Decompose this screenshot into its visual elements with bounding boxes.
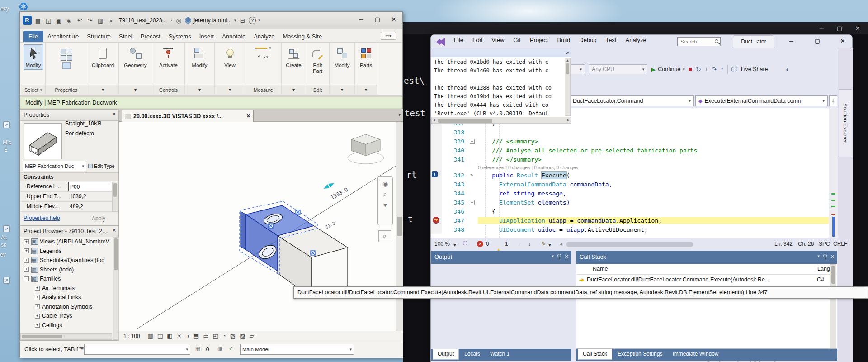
breakpoint-current-line-icon[interactable] bbox=[433, 217, 439, 224]
codelens-info[interactable]: 0 references | 0 changes | 0 authors, 0 … bbox=[478, 165, 829, 170]
ribbon-panel-label[interactable]: ▾ bbox=[355, 85, 377, 95]
breakpoint-margin[interactable] bbox=[431, 189, 442, 198]
save-icon[interactable]: ▣ bbox=[55, 16, 63, 24]
constraints-section-header[interactable]: Constraints bbox=[20, 172, 118, 181]
ribbon-panel-label[interactable]: ▾ bbox=[282, 85, 306, 95]
chevron-down-icon[interactable]: ▾ bbox=[258, 18, 260, 23]
ribbon-collapse-button[interactable]: ▭▾ bbox=[381, 32, 396, 40]
ribbon-panel-label[interactable]: Measure bbox=[245, 85, 281, 95]
code-line-339[interactable]: 339− /// <summary> bbox=[431, 137, 829, 146]
sun-path-icon[interactable]: ☀ bbox=[177, 333, 182, 339]
ribbon-tab-insert[interactable]: Insert bbox=[195, 31, 218, 42]
type-selector-dropdown[interactable]: MEP Fabrication Duc▾ bbox=[23, 161, 86, 171]
step-into-icon[interactable]: ↓ bbox=[705, 66, 708, 73]
menu-analyze[interactable]: Analyze bbox=[621, 35, 650, 45]
menu-debug[interactable]: Debug bbox=[575, 35, 600, 45]
tree-expander-icon[interactable]: + bbox=[24, 267, 29, 272]
tree-expander-icon[interactable]: − bbox=[24, 276, 29, 281]
filter-icon[interactable]: ▥ bbox=[217, 345, 222, 352]
restart-icon[interactable]: ↻ bbox=[696, 66, 701, 73]
breakpoint-margin[interactable] bbox=[431, 225, 442, 234]
editor-vscrollbar[interactable] bbox=[829, 108, 838, 238]
code-line-341[interactable]: 341 /// </summary> bbox=[431, 155, 829, 164]
property-value[interactable]: 1039,2 bbox=[70, 193, 111, 200]
temporary-hide-icon[interactable]: ◔ bbox=[222, 333, 226, 339]
view-scale[interactable]: 1 : 100 bbox=[123, 333, 140, 339]
console-maximize-button[interactable]: ▢ bbox=[832, 22, 847, 34]
ribbon-panel-label[interactable]: ▾ bbox=[330, 85, 354, 95]
menu-edit[interactable]: Edit bbox=[468, 35, 486, 45]
ribbon-button-modify[interactable]: Modify bbox=[190, 44, 210, 70]
view-vscrollbar[interactable] bbox=[396, 122, 403, 331]
design-option-dropdown[interactable]: Main Model▾ bbox=[240, 344, 354, 355]
browser-vscrollbar[interactable] bbox=[113, 237, 119, 340]
vs-maximize-button[interactable]: ▢ bbox=[811, 38, 824, 44]
revit-app-button[interactable]: R bbox=[23, 16, 32, 25]
zoom-level[interactable]: 100 % bbox=[434, 241, 450, 247]
column-name[interactable]: Name bbox=[593, 266, 608, 272]
help-icon[interactable]: ? bbox=[249, 17, 256, 24]
ribbon-button-view[interactable]: View bbox=[220, 44, 240, 70]
zoom-region-button[interactable]: ⌕ bbox=[378, 230, 391, 242]
detail-level-icon[interactable]: ◫ bbox=[157, 333, 163, 339]
crop-region-icon[interactable]: ▭ bbox=[203, 333, 208, 339]
solution-explorer-tab[interactable]: Solution Explorer bbox=[839, 89, 852, 157]
call-stack-title-bar[interactable]: Call Stack bbox=[576, 251, 837, 264]
split-window-button[interactable]: ⇕ bbox=[829, 95, 837, 106]
vs-close-button[interactable]: ✕ bbox=[836, 38, 849, 44]
menu-git[interactable]: Git bbox=[509, 35, 525, 45]
navigation-bar[interactable]: ◉ ⌕ ▾ bbox=[377, 176, 393, 225]
ribbon-button-edit-part[interactable]: Edit Part bbox=[306, 44, 329, 76]
view-tab-3d[interactable]: 20.00.xxxx.3D VISTAS 3D xxxx /... ✕ bbox=[122, 110, 254, 122]
breakpoint-margin[interactable]: I↑ bbox=[431, 171, 442, 180]
next-issue-icon[interactable]: ↓ bbox=[528, 241, 531, 247]
ribbon-button-modify[interactable]: Modify bbox=[332, 44, 352, 70]
steering-wheel-icon[interactable]: ◉ bbox=[378, 180, 392, 187]
menu-file[interactable]: File bbox=[450, 35, 467, 45]
code-line-343[interactable]: 343 ExternalCommandData commandData, bbox=[431, 180, 829, 189]
editor-hscrollbar[interactable] bbox=[566, 242, 693, 247]
ribbon-panel-label[interactable]: ▾ bbox=[119, 85, 152, 95]
step-out-icon[interactable]: ↑ bbox=[721, 66, 724, 73]
crop-view-icon[interactable]: ⬒ bbox=[193, 333, 199, 339]
close-icon[interactable]: ✕ bbox=[830, 254, 835, 260]
panel-tab-call-stack[interactable]: Call Stack bbox=[578, 349, 612, 360]
panel-tab-exception-settings[interactable]: Exception Settings bbox=[613, 349, 667, 360]
notification-bell-icon[interactable]: ◖ bbox=[785, 66, 789, 73]
workset-dropdown[interactable]: ▾ bbox=[84, 344, 190, 355]
desktop-shortcut-icon[interactable]: ↗ bbox=[3, 277, 10, 284]
undo-icon[interactable]: ↶ bbox=[75, 16, 84, 24]
close-icon[interactable]: ✕ bbox=[112, 228, 116, 233]
code-editor[interactable]: 336 }337 }338339− /// <summary>340 /// A… bbox=[431, 108, 829, 238]
pin-icon[interactable] bbox=[823, 254, 827, 257]
scroll-left-icon[interactable]: ◂ bbox=[560, 241, 562, 247]
shadows-icon[interactable]: ◑ bbox=[186, 333, 189, 339]
code-cleanup-icon[interactable]: ✎ bbox=[542, 241, 546, 247]
apply-button[interactable]: Apply bbox=[92, 215, 105, 222]
fold-collapse-icon[interactable]: − bbox=[470, 200, 475, 205]
revit-maximize-button[interactable]: ▢ bbox=[371, 16, 384, 23]
doc-icon[interactable]: ▤ bbox=[34, 16, 42, 24]
properties-help-link[interactable]: Properties help bbox=[24, 215, 60, 221]
code-line-348[interactable]: 348 UIDocument uidoc = uiapp.ActiveUIDoc… bbox=[431, 225, 829, 234]
ribbon-panel-label[interactable]: Select▾ bbox=[21, 85, 45, 95]
tree-item-annotation-symbols[interactable]: +Annotation Symbols bbox=[20, 302, 119, 312]
call-stack-vscrollbar[interactable] bbox=[830, 264, 836, 348]
breakpoint-margin[interactable] bbox=[431, 137, 442, 146]
menu-test[interactable]: Test bbox=[602, 35, 621, 45]
output-vscrollbar[interactable]: ▲ bbox=[565, 58, 571, 116]
reveal-hidden-icon[interactable]: ▧ bbox=[230, 333, 236, 339]
property-value[interactable]: 489,2 bbox=[70, 203, 111, 210]
ribbon-tab-architecture[interactable]: Architecture bbox=[43, 31, 83, 42]
breakpoint-margin[interactable] bbox=[431, 198, 442, 207]
signed-in-user[interactable]: jeremy.tammi... bbox=[193, 17, 232, 24]
code-line-347[interactable]: 347 UIApplication uiapp = commandData.Ap… bbox=[431, 216, 829, 225]
tree-item-air-terminals[interactable]: +Air Terminals bbox=[20, 284, 119, 293]
property-value-input[interactable]: P00 bbox=[68, 182, 112, 191]
call-stack-frame[interactable]: ➜ DuctFaceLocator.dll!DuctFaceLocator.Co… bbox=[576, 275, 837, 285]
tree-item-cable-trays[interactable]: +Cable Trays bbox=[20, 311, 119, 321]
member-dropdown[interactable]: ◆ Execute(ExternalCommandData comm▾ bbox=[695, 95, 828, 106]
tree-item-schedules-quantities-tod[interactable]: +▦Schedules/Quantities (tod bbox=[20, 256, 119, 265]
ribbon-tab-annotate[interactable]: Annotate bbox=[218, 31, 250, 42]
console-minimize-button[interactable]: ─ bbox=[814, 22, 829, 34]
